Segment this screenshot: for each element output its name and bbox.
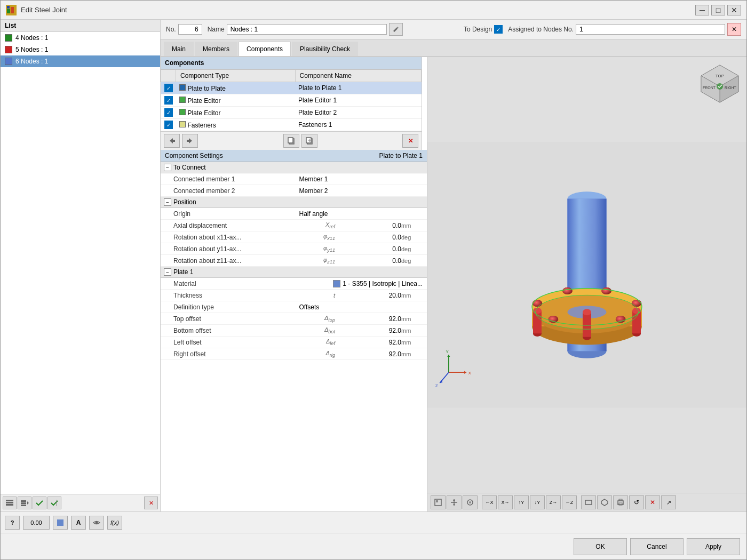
name-input[interactable] (227, 24, 387, 35)
prop-symbol: Δbot (316, 326, 337, 334)
minimize-button[interactable]: ─ (695, 5, 709, 15)
row-checkbox-2[interactable]: ✓ (164, 96, 173, 105)
svg-point-31 (562, 287, 573, 294)
viewport-bg: X Y Z (427, 57, 746, 493)
list-item-selected[interactable]: 6 Nodes : 1 (1, 55, 160, 67)
list-item[interactable]: 4 Nodes : 1 (1, 32, 160, 44)
help-button[interactable]: ? (5, 516, 20, 530)
prop-symbol: Δlef (316, 338, 337, 346)
prop-symbol: φz11 (316, 257, 337, 265)
table-row[interactable]: ✓ Plate Editor Plate Editor 1 (161, 94, 422, 107)
comp-btn-copy2[interactable] (301, 134, 317, 148)
row-checkbox-1[interactable]: ✓ (164, 84, 173, 92)
prop-label: Axial displacement (173, 222, 316, 229)
table-row[interactable]: ✓ Plate Editor Plate Editor 2 (161, 107, 422, 119)
vp-btn-1[interactable] (431, 495, 446, 509)
vp-btn-z-right[interactable]: Z→ (546, 495, 561, 509)
prop-row: Rotation about x11-ax... φx11 0.0 deg (161, 231, 427, 243)
top-form: No. Name To Design ✓ Assigned to Nodes N (161, 20, 746, 39)
tab-members[interactable]: Members (195, 42, 237, 56)
prop-row: Left offset Δlef 92.0 mm (161, 337, 427, 348)
toolbar-btn-1[interactable] (3, 497, 17, 509)
svg-rect-3 (6, 500, 13, 501)
svg-rect-79 (619, 499, 622, 501)
tab-components[interactable]: Components (239, 42, 291, 56)
no-label: No. (166, 26, 176, 33)
viewport-toolbar: ←X X→ ↑Y ↓Y Z→ ←Z (427, 493, 746, 511)
collapse-icon: − (164, 164, 171, 171)
vp-btn-flat[interactable] (581, 495, 596, 509)
vp-btn-y-up[interactable]: ↑Y (514, 495, 529, 509)
eye-btn[interactable] (89, 516, 104, 530)
to-design-checkbox[interactable]: ✓ (494, 25, 503, 34)
vp-btn-close[interactable]: ✕ (645, 495, 660, 509)
svg-text:Y: Y (446, 349, 449, 354)
cancel-button[interactable]: Cancel (630, 538, 684, 555)
tab-main[interactable]: Main (164, 42, 194, 56)
row-checkbox-4[interactable]: ✓ (164, 121, 173, 129)
vp-btn-3[interactable] (463, 495, 478, 509)
vp-btn-y-down[interactable]: ↓Y (530, 495, 545, 509)
vp-btn-z-left[interactable]: ←Z (562, 495, 577, 509)
viewport-3d[interactable]: X Y Z (427, 57, 746, 493)
list-item[interactable]: 5 Nodes : 1 (1, 44, 160, 55)
value-btn[interactable]: 0.00 (23, 516, 50, 530)
comp-name-1: Plate to Plate 1 (295, 82, 421, 94)
item-color-3 (5, 58, 12, 65)
vp-btn-rotate[interactable]: ↺ (629, 495, 644, 509)
vp-btn-print[interactable] (613, 495, 628, 509)
title-bar: Edit Steel Joint ─ □ ✕ (1, 1, 746, 20)
right-panel: No. Name To Design ✓ Assigned to Nodes N (161, 20, 746, 511)
tab-plausibility[interactable]: Plausibility Check (292, 42, 358, 56)
svg-text:TOP: TOP (716, 74, 724, 78)
prop-value: Half angle (299, 210, 423, 218)
ok-button[interactable]: OK (574, 538, 627, 555)
vp-btn-x-right[interactable]: X→ (498, 495, 513, 509)
plate1-section: − Plate 1 Material 1 - S355 | Isotr (161, 267, 427, 360)
maximize-button[interactable]: □ (711, 5, 725, 15)
row-checkbox-3[interactable]: ✓ (164, 108, 173, 117)
material-text: 1 - S355 | Isotropic | Linea... (343, 280, 423, 287)
list-delete-button[interactable]: ✕ (144, 497, 158, 509)
to-connect-header[interactable]: − To Connect (161, 162, 427, 173)
name-edit-button[interactable] (389, 23, 403, 36)
prop-symbol: Δrig (316, 350, 337, 358)
prop-unit: deg (401, 234, 423, 241)
assigned-clear-button[interactable]: ✕ (727, 23, 741, 36)
comp-btn-right[interactable] (182, 134, 198, 148)
nav-cube[interactable]: TOP RIGHT FRONT (698, 62, 741, 105)
position-header[interactable]: − Position (161, 197, 427, 208)
comp-name-4: Fasteners 1 (295, 119, 421, 131)
prop-label: Origin (173, 210, 299, 218)
no-input[interactable] (178, 24, 202, 35)
prop-label: Rotation about z11-ax... (173, 257, 316, 265)
main-window: Edit Steel Joint ─ □ ✕ List 4 Nodes : 1 … (0, 0, 747, 560)
svg-rect-11 (288, 138, 293, 143)
prop-row: Connected member 2 Member 2 (161, 185, 427, 197)
table-row[interactable]: ✓ Plate to Plate Plate to Plate 1 (161, 82, 422, 94)
formula-btn[interactable]: f(x) (107, 516, 122, 530)
toolbar-btn-check2[interactable] (47, 497, 61, 509)
comp-btn-delete[interactable]: ✕ (402, 134, 418, 148)
prop-row: Material 1 - S355 | Isotropic | Linea... (161, 278, 427, 290)
prop-row: Bottom offset Δbot 92.0 mm (161, 325, 427, 337)
comp-btn-copy1[interactable] (283, 134, 299, 148)
prop-symbol: φx11 (316, 233, 337, 241)
window-title: Edit Steel Joint (21, 6, 67, 14)
components-header: Components (161, 57, 422, 69)
vp-btn-x-left[interactable]: ←X (482, 495, 497, 509)
comp-btn-left[interactable] (164, 134, 180, 148)
text-btn[interactable]: A (71, 516, 86, 530)
vp-btn-2[interactable] (447, 495, 462, 509)
prop-symbol: φy11 (316, 245, 337, 253)
plate1-header[interactable]: − Plate 1 (161, 267, 427, 278)
vp-btn-expand[interactable]: ↗ (661, 495, 676, 509)
close-button[interactable]: ✕ (727, 5, 741, 15)
assigned-input[interactable] (576, 24, 725, 35)
apply-button[interactable]: Apply (687, 538, 740, 555)
toolbar-btn-2[interactable] (18, 497, 31, 509)
table-row[interactable]: ✓ Fasteners Fasteners 1 (161, 119, 422, 131)
toolbar-btn-check[interactable] (33, 497, 46, 509)
vp-btn-3d[interactable] (597, 495, 612, 509)
color-btn[interactable] (53, 516, 68, 530)
